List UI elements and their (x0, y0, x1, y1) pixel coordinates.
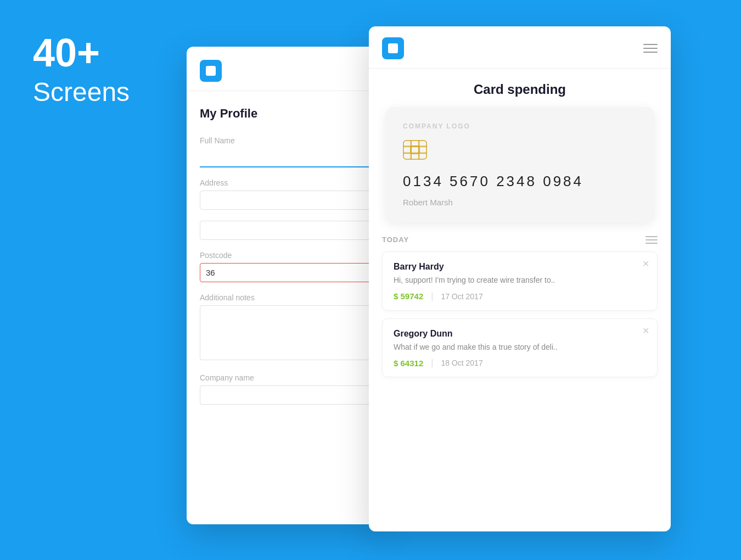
bg-screens-label: Screens (33, 77, 130, 107)
hamburger-menu[interactable] (643, 44, 658, 53)
credit-card: COMPANY LOGO 0134 5670 2348 0984 Robert … (385, 107, 654, 222)
transaction-date-1: 18 Oct 2017 (441, 359, 482, 367)
transaction-name-0: Barry Hardy (394, 262, 646, 272)
transaction-amount-0: $ 59742 (394, 292, 423, 301)
chip-icon (403, 140, 637, 162)
additional-notes-field-group: Additional notes (200, 293, 371, 362)
postcode-field-group: Postcode (200, 251, 371, 282)
profile-title: My Profile (200, 107, 371, 121)
today-menu-icon[interactable] (645, 236, 658, 244)
address-input-2[interactable] (200, 221, 371, 240)
additional-notes-input[interactable] (200, 305, 371, 360)
additional-notes-label: Additional notes (200, 293, 371, 302)
transaction-footer-0: $ 59742 | 17 Oct 2017 (394, 292, 646, 301)
transaction-date-0: 17 Oct 2017 (441, 292, 482, 301)
card-number: 0134 5670 2348 0984 (403, 173, 637, 190)
transaction-divider-1: | (431, 358, 433, 368)
card-logo-icon (382, 37, 404, 59)
transaction-close-1[interactable]: ✕ (642, 326, 649, 336)
card-panel: Card spending COMPANY LOGO 0134 5670 234… (369, 26, 671, 531)
postcode-input[interactable] (200, 263, 371, 282)
profile-panel: My Profile Full Name Address Postcode Ad… (187, 47, 384, 524)
profile-logo-icon (200, 60, 222, 82)
transaction-footer-1: $ 64312 | 18 Oct 2017 (394, 358, 646, 368)
credit-card-wrapper: COMPANY LOGO 0134 5670 2348 0984 Robert … (369, 107, 671, 236)
company-name-label: Company name (200, 373, 371, 382)
full-name-input[interactable] (200, 148, 371, 167)
profile-panel-header (187, 47, 384, 91)
company-name-input[interactable] (200, 385, 371, 405)
today-section: TODAY ✕ Barry Hardy Hi, support! I'm try… (369, 236, 671, 377)
transaction-msg-1: What if we go and make this a true story… (394, 342, 646, 353)
transaction-card-1: ✕ Gregory Dunn What if we go and make th… (382, 318, 658, 378)
company-name-field-group: Company name (200, 373, 371, 405)
today-header: TODAY (382, 236, 658, 244)
card-logo-icon-inner (388, 43, 398, 53)
address2-field-group (200, 221, 371, 240)
card-panel-title: Card spending (369, 69, 671, 107)
card-holder: Robert Marsh (403, 198, 637, 207)
address-label: Address (200, 178, 371, 187)
address-input-1[interactable] (200, 191, 371, 210)
transaction-name-1: Gregory Dunn (394, 329, 646, 339)
full-name-field-group: Full Name (200, 136, 371, 167)
company-logo-text: COMPANY LOGO (403, 122, 637, 130)
transaction-amount-1: $ 64312 (394, 359, 423, 368)
bg-big-number: 40+ (33, 33, 130, 72)
transaction-msg-0: Hi, support! I'm trying to create wire t… (394, 275, 646, 286)
full-name-label: Full Name (200, 136, 371, 145)
transaction-close-0[interactable]: ✕ (642, 259, 649, 269)
transaction-card-0: ✕ Barry Hardy Hi, support! I'm trying to… (382, 251, 658, 311)
svg-rect-0 (403, 141, 426, 159)
today-label: TODAY (382, 236, 409, 244)
profile-content: My Profile Full Name Address Postcode Ad… (187, 91, 384, 431)
address-field-group: Address (200, 178, 371, 210)
transaction-divider-0: | (431, 292, 433, 301)
postcode-label: Postcode (200, 251, 371, 260)
card-panel-header (369, 26, 671, 69)
logo-icon-inner (206, 66, 216, 76)
